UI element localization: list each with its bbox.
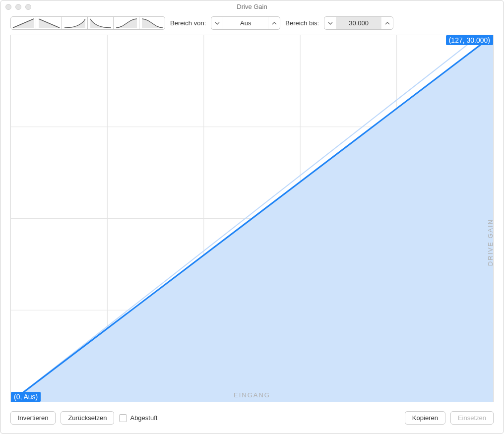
reset-button[interactable]: Zurücksetzen	[61, 411, 114, 425]
invert-button[interactable]: Invertieren	[10, 411, 56, 425]
content: EINGANG DRIVE GAIN (0, Aus) (127, 30.000…	[0, 35, 504, 406]
chevron-up-icon[interactable]	[268, 17, 280, 29]
range-from-stepper[interactable]: Aus	[211, 16, 280, 30]
range-to-label: Bereich bis:	[285, 19, 319, 27]
stepped-label: Abgestuft	[130, 414, 157, 422]
close-icon[interactable]	[5, 4, 11, 10]
range-to-value[interactable]: 30.000	[336, 17, 381, 29]
window: Drive Gain	[0, 0, 504, 434]
checkbox-box-icon[interactable]	[119, 414, 127, 422]
zoom-icon[interactable]	[25, 4, 31, 10]
curve-linear-down-button[interactable]	[36, 16, 62, 30]
graph-x-axis-label: EINGANG	[234, 391, 270, 399]
graph-end-point-tag: (127, 30.000)	[446, 35, 493, 45]
curve-concave-up-button[interactable]	[62, 16, 88, 30]
range-from-label: Bereich von:	[170, 19, 206, 27]
stepped-checkbox[interactable]: Abgestuft	[119, 414, 157, 422]
footer: Invertieren Zurücksetzen Abgestuft Kopie…	[0, 406, 504, 434]
traffic-lights	[5, 4, 31, 10]
graph-start-point-tag: (0, Aus)	[11, 392, 41, 402]
curve-s-down-icon	[141, 18, 164, 29]
graph-y-axis-label: DRIVE GAIN	[487, 219, 494, 266]
curve-s-up-button[interactable]	[114, 16, 139, 30]
titlebar: Drive Gain	[0, 0, 504, 13]
curve-concave-up-icon	[63, 18, 86, 29]
curve-concave-down-icon	[89, 18, 112, 29]
window-title: Drive Gain	[4, 3, 500, 10]
range-to-stepper[interactable]: 30.000	[324, 16, 393, 30]
toolbar: Bereich von: Aus Bereich bis: 30.000	[0, 13, 504, 35]
curve-linear-up-button[interactable]	[10, 16, 36, 30]
minimize-icon[interactable]	[15, 4, 21, 10]
curve-graph[interactable]: EINGANG DRIVE GAIN (0, Aus) (127, 30.000…	[10, 35, 494, 402]
paste-button: Einsetzen	[450, 411, 494, 425]
graph-canvas	[11, 35, 493, 402]
chevron-up-icon[interactable]	[381, 17, 393, 29]
curve-s-down-button[interactable]	[139, 16, 165, 30]
curve-linear-down-icon	[38, 18, 61, 29]
curve-preset-group	[10, 16, 165, 30]
copy-button[interactable]: Kopieren	[405, 411, 445, 425]
curve-linear-up-icon	[12, 18, 35, 29]
curve-concave-down-button[interactable]	[88, 16, 114, 30]
chevron-down-icon[interactable]	[211, 17, 223, 29]
curve-s-up-icon	[115, 18, 138, 29]
chevron-down-icon[interactable]	[324, 17, 336, 29]
range-from-value[interactable]: Aus	[223, 17, 268, 29]
